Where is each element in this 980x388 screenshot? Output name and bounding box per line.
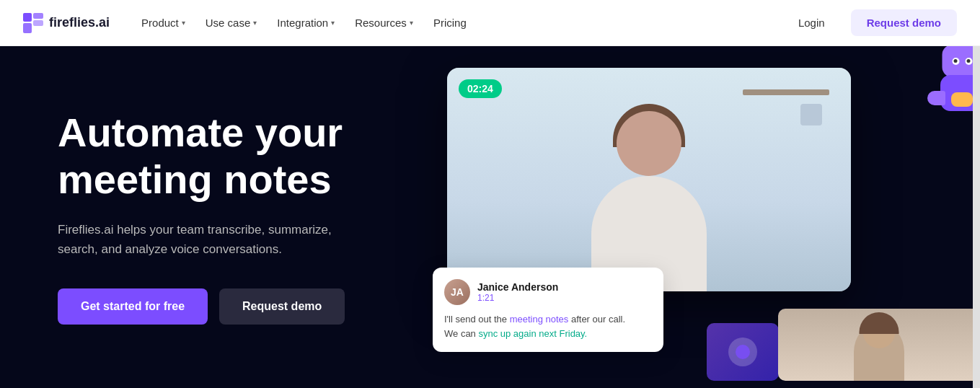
room-shelf	[743, 89, 829, 95]
hero-title: Automate your meeting notes	[58, 110, 398, 203]
person-head	[617, 111, 681, 176]
logo-text: fireflies.ai	[49, 15, 110, 30]
chevron-down-icon: ▾	[410, 19, 413, 27]
hero-buttons: Get started for free Request demo	[58, 288, 398, 325]
chevron-down-icon: ▾	[182, 19, 185, 27]
chat-message: I'll send out the meeting notes after ou…	[444, 312, 652, 340]
logo-icon	[23, 13, 43, 33]
video-card-main: 02:24	[447, 68, 851, 291]
hero-section: Automate your meeting notes Fireflies.ai…	[0, 46, 980, 388]
svg-rect-0	[23, 13, 32, 22]
chat-highlight-meeting-notes: meeting notes	[510, 314, 569, 325]
video-thumb-right	[778, 309, 980, 381]
nav-links: Product ▾ Use case ▾ Integration ▾ Resou…	[133, 11, 784, 35]
hero-right: 02:24 JA	[433, 46, 980, 388]
chat-text-before: I'll send out the	[444, 314, 510, 325]
video-thumb-left	[707, 323, 779, 381]
logo[interactable]: fireflies.ai	[23, 13, 110, 33]
chat-name: Janice Anderson	[477, 281, 558, 293]
nav-item-resources[interactable]: Resources ▾	[346, 11, 422, 35]
robot-belly	[951, 92, 973, 107]
chat-highlight-sync-up: sync up again next Friday.	[478, 328, 587, 339]
request-demo-button[interactable]: Request demo	[851, 9, 957, 36]
timer-badge: 02:24	[459, 79, 502, 98]
chat-avatar: JA	[444, 279, 470, 305]
svg-rect-2	[33, 20, 43, 26]
request-demo-hero-button[interactable]: Request demo	[219, 288, 345, 325]
nav-item-integration[interactable]: Integration ▾	[268, 11, 343, 35]
thumb-person	[778, 309, 980, 381]
svg-rect-3	[23, 23, 32, 33]
chevron-down-icon: ▾	[253, 19, 257, 27]
robot-eye-left	[952, 58, 959, 65]
robot-wing-left	[927, 91, 945, 105]
room-wall-item	[800, 104, 822, 125]
hero-description: Fireflies.ai helps your team transcribe,…	[58, 220, 361, 259]
chat-info: Janice Anderson 1:21	[477, 281, 558, 303]
chat-time: 1:21	[477, 293, 558, 303]
chat-bubble: JA Janice Anderson 1:21 I'll send out th…	[433, 268, 663, 352]
person-silhouette	[562, 89, 736, 291]
hero-left: Automate your meeting notes Fireflies.ai…	[0, 46, 433, 388]
scrollbar[interactable]	[973, 0, 980, 388]
nav-item-usecase[interactable]: Use case ▾	[197, 11, 266, 35]
get-started-button[interactable]: Get started for free	[58, 288, 208, 325]
nav-item-pricing[interactable]: Pricing	[425, 11, 475, 35]
svg-rect-1	[33, 13, 43, 19]
login-button[interactable]: Login	[784, 11, 839, 35]
nav-right: Login Request demo	[784, 9, 957, 36]
chat-header: JA Janice Anderson 1:21	[444, 279, 652, 305]
chevron-down-icon: ▾	[331, 19, 335, 27]
robot-eye-right	[965, 58, 972, 65]
nav-item-product[interactable]: Product ▾	[133, 11, 194, 35]
navbar: fireflies.ai Product ▾ Use case ▾ Integr…	[0, 0, 980, 46]
